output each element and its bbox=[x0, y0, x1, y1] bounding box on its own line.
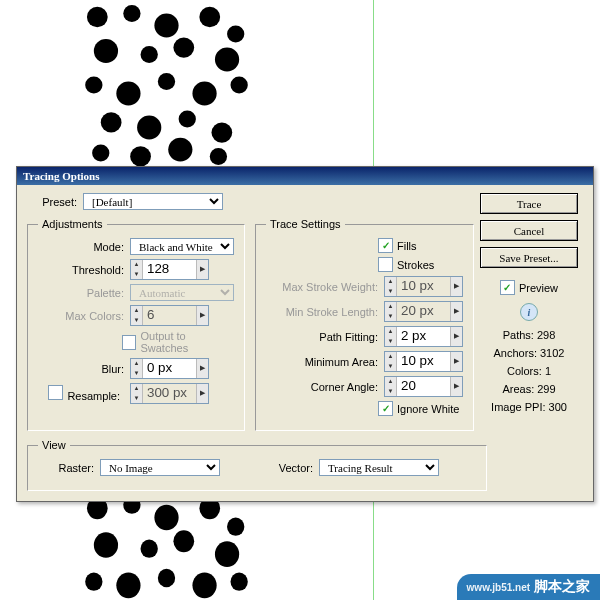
dialog-title: Tracing Options bbox=[17, 167, 593, 185]
mode-select[interactable]: Black and White bbox=[130, 238, 234, 255]
svg-point-7 bbox=[141, 46, 158, 63]
raster-select[interactable]: No Image bbox=[100, 459, 220, 476]
svg-point-21 bbox=[168, 138, 192, 162]
svg-point-5 bbox=[227, 26, 244, 43]
svg-point-10 bbox=[85, 77, 102, 94]
save-preset-button[interactable]: Save Preset... bbox=[480, 247, 578, 268]
svg-point-3 bbox=[154, 14, 178, 38]
svg-point-14 bbox=[231, 77, 248, 94]
palette-select: Automatic bbox=[130, 284, 234, 301]
watermark: www.jb51.net 脚本之家 bbox=[457, 574, 600, 600]
texture-image-top bbox=[80, 0, 253, 170]
svg-point-31 bbox=[173, 530, 194, 552]
svg-point-15 bbox=[101, 112, 122, 132]
texture-image-bottom bbox=[80, 490, 253, 600]
stat-colors: Colors: 1 bbox=[475, 365, 583, 377]
view-fieldset: View Raster:No Image Vector:Tracing Resu… bbox=[27, 439, 487, 491]
view-legend: View bbox=[38, 439, 70, 451]
path-fitting-label: Path Fitting: bbox=[266, 331, 384, 343]
corner-angle-spinner[interactable]: ▲▼▶ bbox=[384, 376, 463, 397]
minimum-area-spinner[interactable]: ▲▼▶ bbox=[384, 351, 463, 372]
adjustments-fieldset: Adjustments Mode:Black and White Thresho… bbox=[27, 218, 245, 431]
mode-label: Mode: bbox=[38, 241, 130, 253]
threshold-spinner[interactable]: ▲▼▶ bbox=[130, 259, 209, 280]
trace-settings-legend: Trace Settings bbox=[266, 218, 345, 230]
threshold-label: Threshold: bbox=[38, 264, 130, 276]
resample-label: Resample: bbox=[67, 390, 120, 402]
svg-point-32 bbox=[215, 541, 239, 567]
fills-label: Fills bbox=[397, 240, 417, 252]
trace-button[interactable]: Trace bbox=[480, 193, 578, 214]
svg-point-30 bbox=[141, 540, 158, 558]
svg-point-8 bbox=[173, 37, 194, 57]
info-icon: i bbox=[520, 303, 538, 321]
vector-label: Vector: bbox=[257, 462, 319, 474]
svg-point-6 bbox=[94, 39, 118, 63]
stat-anchors: Anchors: 3102 bbox=[475, 347, 583, 359]
preview-checkbox[interactable] bbox=[500, 280, 515, 295]
svg-point-22 bbox=[210, 148, 227, 165]
preview-label: Preview bbox=[519, 282, 558, 294]
tracing-options-dialog: Tracing Options Preset: [Default] Adjust… bbox=[16, 166, 594, 502]
blur-label: Blur: bbox=[38, 363, 130, 375]
ignore-white-checkbox[interactable] bbox=[378, 401, 393, 416]
stat-paths: Paths: 298 bbox=[475, 329, 583, 341]
min-stroke-length-label: Min Stroke Length: bbox=[266, 306, 384, 318]
max-stroke-weight-spinner: ▲▼▶ bbox=[384, 276, 463, 297]
blur-spinner[interactable]: ▲▼▶ bbox=[130, 358, 209, 379]
svg-point-33 bbox=[85, 573, 102, 591]
svg-point-16 bbox=[137, 116, 161, 140]
svg-point-26 bbox=[154, 505, 178, 531]
strokes-label: Strokes bbox=[397, 259, 434, 271]
svg-point-36 bbox=[192, 573, 216, 599]
svg-point-11 bbox=[116, 82, 140, 106]
cancel-button[interactable]: Cancel bbox=[480, 220, 578, 241]
svg-point-20 bbox=[130, 146, 151, 166]
svg-point-4 bbox=[199, 7, 220, 27]
output-swatches-label: Output to Swatches bbox=[140, 330, 234, 354]
svg-point-19 bbox=[92, 145, 109, 162]
fills-checkbox[interactable] bbox=[378, 238, 393, 253]
svg-point-13 bbox=[192, 82, 216, 106]
trace-settings-fieldset: Trace Settings Fills Strokes Max Stroke … bbox=[255, 218, 474, 431]
svg-point-1 bbox=[87, 7, 108, 27]
svg-point-35 bbox=[158, 569, 175, 587]
resample-checkbox[interactable] bbox=[48, 385, 63, 400]
raster-label: Raster: bbox=[38, 462, 100, 474]
corner-angle-label: Corner Angle: bbox=[266, 381, 384, 393]
adjustments-legend: Adjustments bbox=[38, 218, 107, 230]
svg-point-18 bbox=[211, 122, 232, 142]
stat-areas: Areas: 299 bbox=[475, 383, 583, 395]
svg-point-29 bbox=[94, 532, 118, 558]
preset-select[interactable]: [Default] bbox=[83, 193, 223, 210]
svg-point-12 bbox=[158, 73, 175, 90]
max-stroke-weight-label: Max Stroke Weight: bbox=[266, 281, 384, 293]
min-stroke-length-spinner: ▲▼▶ bbox=[384, 301, 463, 322]
palette-label: Palette: bbox=[38, 287, 130, 299]
svg-point-17 bbox=[179, 111, 196, 128]
svg-point-2 bbox=[123, 5, 140, 22]
strokes-checkbox[interactable] bbox=[378, 257, 393, 272]
path-fitting-spinner[interactable]: ▲▼▶ bbox=[384, 326, 463, 347]
ignore-white-label: Ignore White bbox=[397, 403, 459, 415]
max-colors-label: Max Colors: bbox=[38, 310, 130, 322]
svg-point-9 bbox=[215, 48, 239, 72]
svg-point-37 bbox=[231, 573, 248, 591]
preset-label: Preset: bbox=[27, 196, 83, 208]
svg-point-34 bbox=[116, 573, 140, 599]
resample-spinner: ▲▼▶ bbox=[130, 383, 209, 404]
output-swatches-checkbox bbox=[122, 335, 137, 350]
vector-select[interactable]: Tracing Result bbox=[319, 459, 439, 476]
minimum-area-label: Minimum Area: bbox=[266, 356, 384, 368]
stat-ppi: Image PPI: 300 bbox=[475, 401, 583, 413]
max-colors-spinner: ▲▼▶ bbox=[130, 305, 209, 326]
svg-point-28 bbox=[227, 518, 244, 536]
